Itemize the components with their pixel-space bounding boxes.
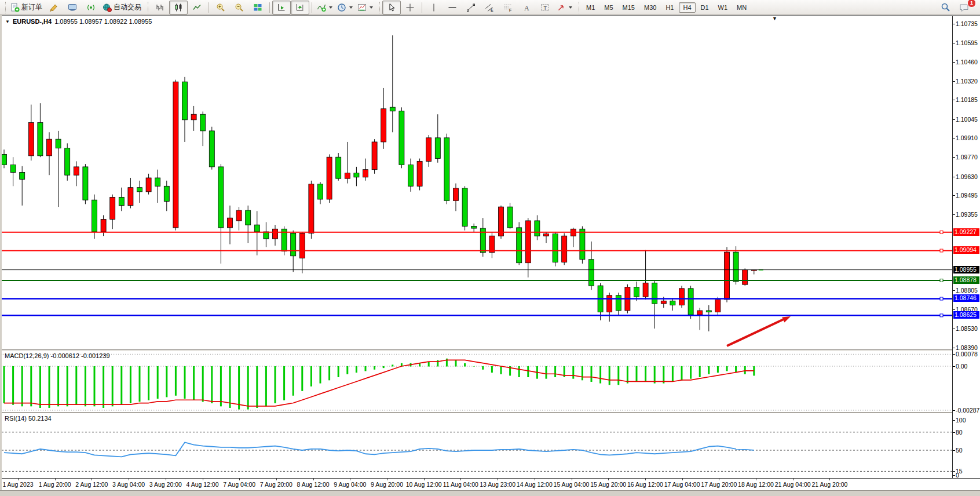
toolbar-grip[interactable] <box>145 2 148 13</box>
chart-shift-button[interactable] <box>291 1 309 14</box>
text-label-button[interactable]: T <box>536 1 554 14</box>
candle-body <box>697 311 703 315</box>
candle-body <box>209 131 214 167</box>
axis-tick-mark <box>953 410 955 411</box>
templates-button[interactable] <box>355 1 375 14</box>
timeframe-button-m15[interactable]: M15 <box>619 2 639 13</box>
time-tick-mark <box>387 479 387 480</box>
timeframe-button-m5[interactable]: M5 <box>600 2 617 13</box>
timeframe-button-mn[interactable]: MN <box>733 2 751 13</box>
macd-signal-line <box>4 360 754 406</box>
candle-body <box>236 210 242 221</box>
bar-chart-button[interactable] <box>151 1 169 14</box>
text-label-icon: T <box>540 3 550 12</box>
toolbar-grip[interactable] <box>376 2 380 13</box>
axis-tick-mark <box>953 157 955 158</box>
timeframe-button-m30[interactable]: M30 <box>640 2 660 13</box>
price-tick-label: 1.10185 <box>956 96 978 103</box>
level-line-anchor[interactable] <box>940 231 943 234</box>
level-line-anchor[interactable] <box>940 314 943 317</box>
timeframe-button-d1[interactable]: D1 <box>697 2 713 13</box>
rsi-pane-canvas[interactable] <box>2 414 952 478</box>
zoom-in-button[interactable] <box>211 1 230 14</box>
auto-trading-button[interactable]: 自动交易 <box>100 1 144 14</box>
time-axis[interactable]: 1 Aug 20231 Aug 20:002 Aug 12:003 Aug 04… <box>2 479 952 490</box>
candle-body <box>20 172 25 179</box>
time-tick-mark <box>203 479 203 480</box>
new-order-button[interactable]: 新订单 <box>8 1 45 14</box>
text-icon: A <box>522 3 531 12</box>
level-line-anchor[interactable] <box>940 249 943 252</box>
candle-body <box>507 207 513 228</box>
annotation-arrow-head[interactable] <box>782 316 791 322</box>
candle-body <box>128 188 133 206</box>
toolbar-grip[interactable] <box>2 2 6 13</box>
price-axis[interactable]: 1.107351.105951.104601.103201.101851.100… <box>952 16 980 478</box>
time-tick-mark <box>719 479 719 480</box>
level-line-anchor[interactable] <box>940 279 943 282</box>
axis-tick-mark <box>953 195 955 196</box>
collapse-triangle-icon[interactable]: ▼ <box>5 19 10 24</box>
candle-body <box>643 283 648 297</box>
candle-body <box>146 178 151 192</box>
chevron-down-icon <box>370 6 373 9</box>
price-tag: 1.08955 <box>953 266 979 273</box>
candle-body <box>589 260 594 286</box>
macd-indicator-label: MACD(12,26,9) -0.000612 -0.001239 <box>5 352 110 359</box>
arrows-button[interactable] <box>554 1 575 14</box>
vertical-line-button[interactable] <box>425 1 443 14</box>
fibonacci-letter: F <box>509 8 512 12</box>
rsi-tick-label: 50 <box>956 447 963 454</box>
terminal-button[interactable] <box>63 1 82 14</box>
candle-body <box>173 82 178 228</box>
zoom-out-button[interactable] <box>230 1 248 14</box>
macd-pane-canvas[interactable] <box>2 351 952 412</box>
toolbar-grip[interactable] <box>576 2 579 13</box>
chat-button[interactable]: 1 <box>955 1 973 14</box>
crosshair-button[interactable] <box>401 1 419 14</box>
axis-tick-mark <box>953 366 955 367</box>
chart-shift-icon <box>295 3 305 12</box>
auto-scroll-button[interactable] <box>272 1 291 14</box>
candle-body <box>688 289 693 315</box>
notification-badge: 1 <box>967 0 976 8</box>
horizontal-line-button[interactable] <box>443 1 462 14</box>
price-tick-label: 1.10460 <box>956 59 978 65</box>
zoom-out-icon <box>235 3 244 12</box>
timeframe-button-h1[interactable]: H1 <box>661 2 678 13</box>
time-tick-mark <box>424 479 425 480</box>
timeframe-button-h4[interactable]: H4 <box>679 2 695 13</box>
chart-shift-marker[interactable]: ▼ <box>772 16 777 21</box>
new-order-label: 新订单 <box>21 2 42 12</box>
candle-body <box>264 232 269 239</box>
trendline-button[interactable] <box>462 1 480 14</box>
text-button[interactable]: A <box>517 1 536 14</box>
candle-body <box>254 225 259 232</box>
axis-tick-mark <box>953 420 955 421</box>
line-chart-button[interactable] <box>188 1 206 14</box>
candle-body <box>544 234 549 236</box>
signals-button[interactable] <box>82 1 100 14</box>
price-chart-canvas[interactable] <box>2 16 952 349</box>
level-line-anchor[interactable] <box>940 297 943 300</box>
macd-tick-label: -0.002871 <box>956 407 980 414</box>
channel-button[interactable]: E <box>480 1 499 14</box>
label-letter: T <box>544 5 547 10</box>
periods-button[interactable] <box>335 1 355 14</box>
search-button[interactable] <box>936 1 955 14</box>
highlighter-button[interactable] <box>45 1 63 14</box>
indicators-button[interactable] <box>315 1 335 14</box>
candle-body <box>562 236 567 262</box>
cursor-button[interactable] <box>382 1 401 14</box>
candlestick-chart-button[interactable] <box>169 1 188 14</box>
candle-body <box>715 300 721 312</box>
timeframe-button-w1[interactable]: W1 <box>714 2 732 13</box>
globe-icon <box>103 3 112 12</box>
candle-body <box>182 82 188 120</box>
tile-windows-button[interactable] <box>248 1 267 14</box>
fibonacci-button[interactable]: F <box>499 1 517 14</box>
timeframe-button-m1[interactable]: M1 <box>582 2 599 13</box>
candle-body <box>454 188 459 200</box>
line-chart-icon <box>192 3 202 12</box>
annotation-arrow-shaft[interactable] <box>727 319 785 346</box>
